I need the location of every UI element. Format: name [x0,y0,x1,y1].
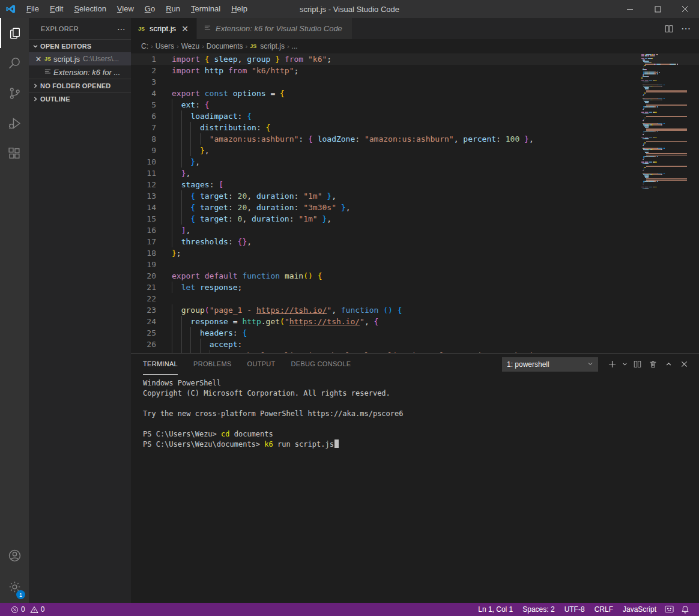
tab-extension-k6-for-visual-studio-code[interactable]: Extension: k6 for Visual Studio Code [197,18,353,39]
code-line[interactable]: 5 ext: { [131,99,699,110]
outline-header[interactable]: OUTLINE [29,92,131,105]
code-line[interactable]: 3 [131,76,699,88]
panel-tab-debug-console[interactable]: DEBUG CONSOLE [291,354,351,375]
line-number[interactable]: 6 [131,110,172,122]
line-number[interactable]: 21 [131,282,172,293]
breadcrumb-item[interactable]: C: [140,42,150,50]
line-number[interactable]: 9 [131,145,172,156]
terminal[interactable]: Windows PowerShellCopyright (C) Microsof… [131,375,699,603]
panel-tab-problems[interactable]: PROBLEMS [193,354,232,375]
close-panel-icon[interactable] [676,361,692,367]
code-line[interactable]: 12 stages: [ [131,179,699,190]
code-line[interactable]: 16 ], [131,225,699,236]
run-debug-icon[interactable] [0,108,29,138]
code-line[interactable]: 4export const options = { [131,88,699,99]
line-number[interactable]: 15 [131,213,172,225]
code-line[interactable]: 7 distribution: { [131,122,699,133]
code-line[interactable]: 18}; [131,247,699,259]
maximize-panel-icon[interactable] [661,361,676,367]
line-number[interactable]: 1 [131,53,172,65]
code-line[interactable]: 17 thresholds: {}, [131,236,699,247]
code-line[interactable]: 26 accept: [131,339,699,350]
code-line[interactable]: 15 { target: 0, duration: "1m" }, [131,213,699,225]
panel-tab-terminal[interactable]: TERMINAL [143,354,178,375]
account-icon[interactable] [0,540,29,570]
code-line[interactable]: 27 "text/html,application/xhtml+xml,appl… [131,350,699,353]
line-number[interactable]: 16 [131,225,172,236]
settings-gear-icon[interactable]: 1 [0,570,29,603]
line-number[interactable]: 3 [131,76,172,88]
encoding[interactable]: UTF-8 [560,603,590,616]
explorer-actions-icon[interactable]: ⋯ [117,24,126,34]
line-number[interactable]: 5 [131,99,172,110]
line-number[interactable]: 11 [131,168,172,179]
breadcrumb-item[interactable]: Documents [205,42,244,50]
minimize-button[interactable] [616,0,644,18]
menu-help[interactable]: Help [226,0,253,18]
feedback-smiley-icon[interactable] [661,605,677,614]
extensions-icon[interactable] [0,138,29,168]
code-line[interactable]: 10 }, [131,156,699,168]
line-number[interactable]: 22 [131,293,172,304]
line-number[interactable]: 12 [131,179,172,190]
line-number[interactable]: 2 [131,65,172,76]
code-line[interactable]: 11 }, [131,168,699,179]
panel-tab-output[interactable]: OUTPUT [247,354,276,375]
code-line[interactable]: 13 { target: 20, duration: "1m" }, [131,190,699,202]
code-line[interactable]: 9 }, [131,145,699,156]
menu-view[interactable]: View [112,0,139,18]
cursor-position[interactable]: Ln 1, Col 1 [473,603,518,616]
code-line[interactable]: 25 headers: { [131,327,699,339]
close-icon[interactable]: ✕ [34,55,43,64]
open-editors-header[interactable]: OPEN EDITORS [29,39,131,52]
line-number[interactable]: 10 [131,156,172,168]
breadcrumb-item[interactable]: ... [291,42,299,50]
line-number[interactable]: 13 [131,190,172,202]
notifications-bell-icon[interactable] [677,605,693,614]
eol-sequence[interactable]: CRLF [590,603,618,616]
menu-run[interactable]: Run [160,0,186,18]
search-icon[interactable] [0,48,29,78]
breadcrumb-item[interactable]: Users [154,42,175,50]
open-editor-item[interactable]: ✕JSscript.jsC:\Users\... [29,52,131,65]
terminal-shell-dropdown[interactable]: 1: powershell [502,357,598,372]
new-terminal-icon[interactable] [604,360,620,368]
breadcrumb-item[interactable]: script.js [259,42,286,50]
code-line[interactable]: 24 response = http.get("https://tsh.io/"… [131,316,699,327]
breadcrumb-item[interactable]: Wezu [180,42,201,50]
line-number[interactable]: 14 [131,202,172,213]
line-number[interactable]: 25 [131,327,172,339]
code-line[interactable]: 8 "amazon:us:ashburn": { loadZone: "amaz… [131,133,699,145]
code-line[interactable]: 1import { sleep, group } from "k6"; [131,53,699,65]
minimap[interactable] [641,54,691,190]
tab-script-js[interactable]: JSscript.js✕ [131,18,197,39]
code-line[interactable]: 6 loadimpact: { [131,110,699,122]
line-number[interactable]: 26 [131,339,172,350]
language-mode[interactable]: JavaScript [618,603,661,616]
line-number[interactable]: 17 [131,236,172,247]
line-number[interactable]: 24 [131,316,172,327]
code-line[interactable]: 19 [131,259,699,270]
menu-go[interactable]: Go [139,0,160,18]
menu-edit[interactable]: Edit [44,0,68,18]
problems-status[interactable]: 0 0 [6,603,49,616]
code-editor[interactable]: 1import { sleep, group } from "k6";2impo… [131,53,699,353]
menu-terminal[interactable]: Terminal [186,0,226,18]
open-editor-item[interactable]: Extension: k6 for ... [29,65,131,79]
code-line[interactable]: 21 let response; [131,282,699,293]
split-editor-icon[interactable] [661,25,677,33]
code-line[interactable]: 2import http from "k6/http"; [131,65,699,76]
indentation[interactable]: Spaces: 2 [518,603,559,616]
line-number[interactable]: 20 [131,270,172,282]
line-number[interactable]: 7 [131,122,172,133]
kill-terminal-trash-icon[interactable] [645,360,661,368]
no-folder-header[interactable]: NO FOLDER OPENED [29,79,131,92]
line-number[interactable]: 18 [131,247,172,259]
line-number[interactable]: 27 [131,350,172,353]
code-line[interactable]: 22 [131,293,699,304]
source-control-icon[interactable] [0,78,29,108]
code-line[interactable]: 20export default function main() { [131,270,699,282]
split-terminal-icon[interactable] [629,360,645,368]
close-button[interactable] [671,0,699,18]
menu-file[interactable]: File [21,0,44,18]
